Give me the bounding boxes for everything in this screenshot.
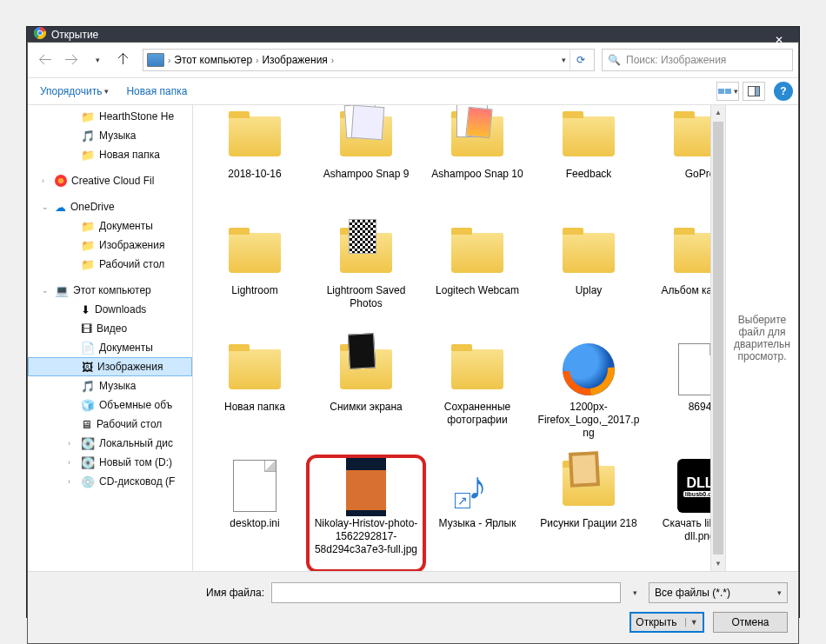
tree-item[interactable]: 🧊Объемные объ [28,395,192,415]
folder-item[interactable]: Сохраненные фотографии [423,342,532,455]
tree-item-label: Музыка [99,380,136,392]
item-label: Альбом камеры [662,284,710,297]
file-icon [227,458,283,514]
file-grid[interactable]: 2018-10-16Ashampoo Snap 9Ashampoo Snap 1… [193,105,710,571]
open-button[interactable]: Открыть ▼ [629,612,704,633]
new-folder-button[interactable]: Новая папка [119,83,194,99]
image-icon [338,458,394,514]
file-item[interactable]: DLLlibusb0.dllСкачать libusb0 dll.png [645,458,710,571]
scroll-down-button[interactable]: ▼ [711,556,725,571]
folder-icon [338,225,394,281]
search-icon: 🔍 [608,54,621,66]
tree-item[interactable]: 📁Новая папка [28,145,192,164]
image-icon [561,342,616,397]
folder-item[interactable]: Lightroom [200,225,310,338]
tree-item[interactable]: 🎵Музыка [28,376,192,395]
tree-item[interactable]: 🖼Изображения [28,357,192,376]
item-label: Музыка - Ярлык [439,517,516,530]
refresh-button[interactable]: ⟳ [570,50,590,70]
content-area: 2018-10-16Ashampoo Snap 9Ashampoo Snap 1… [193,105,798,571]
folder-icon [450,109,505,164]
folder-icon [672,109,710,164]
recent-dropdown[interactable]: ▾ [85,48,110,72]
tree-item[interactable]: 📄Документы [28,338,192,357]
scroll-thumb[interactable] [713,122,723,554]
file-item[interactable]: ♪↗Музыка - Ярлык [423,458,532,571]
tree-item[interactable]: ⬇Downloads [28,300,192,319]
folder-item[interactable]: Снимки экрана [311,342,421,455]
preview-pane-toggle[interactable] [743,82,765,101]
up-button[interactable]: 🡡 [111,48,136,72]
file-item[interactable]: 8694 [645,342,710,455]
close-button[interactable]: ✕ [759,27,799,53]
breadcrumb[interactable]: › Этот компьютер › Изображения › ▾ ⟳ [143,49,595,71]
toolbar: Упорядочить▾ Новая папка ▾ ? [28,78,798,104]
tree-item-label: Видео [97,322,127,335]
tree-item[interactable]: 🖥Рабочий стол [28,415,192,434]
organize-button[interactable]: Упорядочить▾ [33,83,116,99]
folder-item[interactable]: GoPro [645,109,710,222]
title-bar[interactable]: Открытие ✕ [27,27,799,42]
img-icon: 🖼 [82,361,93,374]
file-item[interactable]: Nikolay-Hristov-photo-1562292817-58d294c… [311,458,421,571]
search-placeholder: Поиск: Изображения [626,54,726,66]
caret-icon: › [68,439,77,448]
tree-item-label: Изображения [99,239,164,251]
window-title: Открытие [51,29,98,41]
tree-item[interactable]: ›Creative Cloud Fil [28,171,192,190]
folder-icon [338,342,394,397]
file-item[interactable]: 1200px-Firefox_Logo,_2017.png [534,342,643,455]
folder-item[interactable]: Ashampoo Snap 9 [311,109,421,222]
tree-item[interactable]: 🎞Видео [28,319,192,338]
dl-icon: ⬇ [81,303,90,316]
tree-item-label: Документы [99,342,153,354]
item-label: Lightroom Saved Photos [314,284,418,310]
back-button[interactable]: 🡠 [33,48,57,72]
tree-item[interactable]: 📁Документы [28,216,192,236]
caret-icon: › [68,458,77,467]
folder-item[interactable]: Logitech Webcam [423,225,532,338]
folder-item[interactable]: 2018-10-16 [200,109,310,222]
scroll-up-button[interactable]: ▲ [711,105,725,120]
item-label: Новая папка [224,401,285,414]
tree-item[interactable]: ›💿CD-дисковод (F [28,472,192,491]
item-label: 1200px-Firefox_Logo,_2017.png [536,401,641,440]
item-label: Рисунки Грации 218 [540,517,636,530]
svg-point-4 [38,31,43,36]
folder-item[interactable]: Новая папка [200,342,310,455]
tree-item-label: Новая папка [99,149,160,161]
tree-item[interactable]: 📁Изображения [28,236,192,255]
vertical-scrollbar[interactable]: ▲ ▼ [710,105,725,571]
breadcrumb-item[interactable]: Изображения [262,54,327,66]
help-button[interactable]: ? [774,82,793,101]
cancel-button[interactable]: Отмена [713,612,788,633]
folder-item[interactable]: Lightroom Saved Photos [311,225,421,338]
view-options-button[interactable]: ▾ [716,82,739,101]
filename-dropdown[interactable]: ▾ [628,588,642,597]
folder-item[interactable]: Uplay [534,225,643,338]
breadcrumb-item[interactable]: Этот компьютер [174,54,252,66]
tree-item[interactable]: ⌄☁OneDrive [28,197,192,216]
item-label: 2018-10-16 [228,168,281,181]
folder-icon: 📁 [81,149,95,162]
folder-icon [227,342,283,397]
preview-pane: Выберите файл для дварительн просмотр. [725,105,798,571]
tree-item[interactable]: 📁Рабочий стол [28,255,192,274]
tree-item[interactable]: 📁HearthStone Не [28,107,192,126]
breadcrumb-history-dropdown[interactable]: ▾ [562,56,566,64]
tree-item[interactable]: ⌄💻Этот компьютер [28,281,192,300]
folder-item[interactable]: Feedback [534,109,643,222]
tree-item[interactable]: 🎵Музыка [28,126,192,145]
tree-item[interactable]: ›💽Локальный дис [28,434,192,453]
folder-item[interactable]: Альбом камеры [645,225,710,338]
filename-input[interactable] [271,582,621,603]
folder-item[interactable]: Рисунки Грации 218 [534,458,643,571]
folder-item[interactable]: Ashampoo Snap 10 [423,109,532,222]
file-item[interactable]: desktop.ini [200,458,310,571]
hd-icon: 💽 [81,456,95,469]
file-type-filter[interactable]: Все файлы (*.*)▾ [649,582,788,603]
tree-item[interactable]: ›💽Новый том (D:) [28,453,192,472]
navigation-tree[interactable]: 📁HearthStone Не🎵Музыка📁Новая папка›Creat… [28,105,193,571]
cloud-icon: ☁ [55,201,66,214]
hd-icon: 💽 [81,437,95,450]
